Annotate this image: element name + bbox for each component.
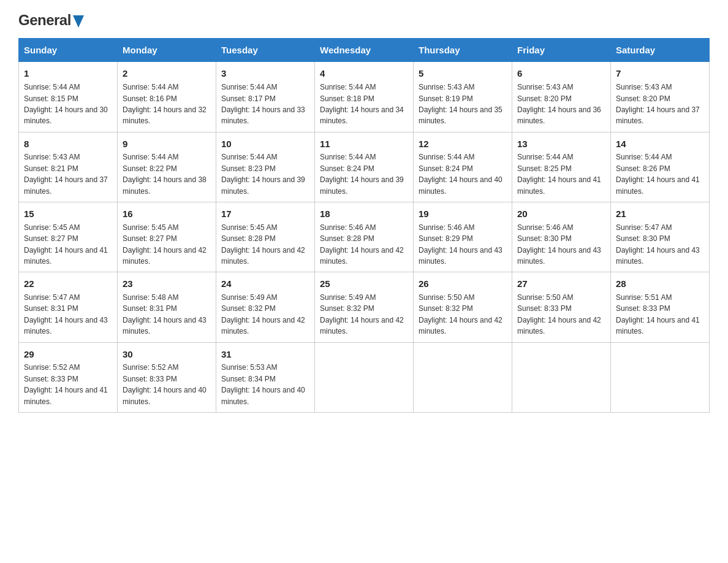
logo: General bbox=[18, 12, 84, 28]
day-number: 2 bbox=[123, 67, 211, 80]
weekday-header-wednesday: Wednesday bbox=[315, 39, 414, 62]
calendar-cell: 4Sunrise: 5:44 AMSunset: 8:18 PMDaylight… bbox=[315, 62, 414, 132]
calendar-cell: 5Sunrise: 5:43 AMSunset: 8:19 PMDaylight… bbox=[414, 62, 512, 132]
day-info: Sunrise: 5:44 AMSunset: 8:23 PMDaylight:… bbox=[221, 153, 305, 195]
day-info: Sunrise: 5:52 AMSunset: 8:33 PMDaylight:… bbox=[123, 363, 207, 405]
day-info: Sunrise: 5:45 AMSunset: 8:27 PMDaylight:… bbox=[24, 223, 108, 266]
calendar-cell: 21Sunrise: 5:47 AMSunset: 8:30 PMDayligh… bbox=[611, 202, 710, 272]
calendar-cell: 2Sunrise: 5:44 AMSunset: 8:16 PMDaylight… bbox=[118, 62, 216, 132]
calendar-week-row: 8Sunrise: 5:43 AMSunset: 8:21 PMDaylight… bbox=[19, 132, 710, 202]
calendar-cell: 6Sunrise: 5:43 AMSunset: 8:20 PMDaylight… bbox=[512, 62, 611, 132]
day-number: 13 bbox=[517, 137, 605, 151]
calendar-cell bbox=[414, 342, 512, 412]
calendar-cell: 31Sunrise: 5:53 AMSunset: 8:34 PMDayligh… bbox=[216, 342, 315, 412]
day-number: 26 bbox=[419, 277, 507, 291]
day-info: Sunrise: 5:44 AMSunset: 8:26 PMDaylight:… bbox=[616, 153, 700, 195]
day-number: 23 bbox=[123, 277, 211, 291]
svg-marker-0 bbox=[73, 15, 84, 28]
day-info: Sunrise: 5:44 AMSunset: 8:25 PMDaylight:… bbox=[517, 153, 601, 195]
day-number: 29 bbox=[24, 348, 112, 361]
weekday-header-thursday: Thursday bbox=[414, 39, 512, 62]
page-header: General bbox=[18, 12, 710, 28]
day-number: 31 bbox=[221, 348, 309, 361]
day-number: 17 bbox=[221, 207, 309, 221]
calendar-cell: 17Sunrise: 5:45 AMSunset: 8:28 PMDayligh… bbox=[216, 202, 315, 272]
day-number: 14 bbox=[616, 137, 704, 151]
weekday-header-sunday: Sunday bbox=[19, 39, 118, 62]
day-number: 20 bbox=[517, 207, 605, 221]
day-info: Sunrise: 5:47 AMSunset: 8:31 PMDaylight:… bbox=[24, 293, 108, 335]
calendar-cell: 23Sunrise: 5:48 AMSunset: 8:31 PMDayligh… bbox=[118, 272, 216, 342]
calendar-cell: 15Sunrise: 5:45 AMSunset: 8:27 PMDayligh… bbox=[19, 202, 118, 272]
calendar-cell: 25Sunrise: 5:49 AMSunset: 8:32 PMDayligh… bbox=[315, 272, 414, 342]
day-info: Sunrise: 5:45 AMSunset: 8:28 PMDaylight:… bbox=[221, 223, 305, 266]
day-info: Sunrise: 5:47 AMSunset: 8:30 PMDaylight:… bbox=[616, 223, 700, 266]
day-info: Sunrise: 5:44 AMSunset: 8:24 PMDaylight:… bbox=[320, 153, 404, 195]
calendar-cell: 20Sunrise: 5:46 AMSunset: 8:30 PMDayligh… bbox=[512, 202, 611, 272]
calendar-cell: 27Sunrise: 5:50 AMSunset: 8:33 PMDayligh… bbox=[512, 272, 611, 342]
weekday-header-friday: Friday bbox=[512, 39, 611, 62]
calendar-cell: 19Sunrise: 5:46 AMSunset: 8:29 PMDayligh… bbox=[414, 202, 512, 272]
calendar-cell bbox=[315, 342, 414, 412]
calendar-cell bbox=[512, 342, 611, 412]
day-info: Sunrise: 5:50 AMSunset: 8:33 PMDaylight:… bbox=[517, 293, 601, 335]
logo-line1: General bbox=[18, 12, 84, 28]
day-info: Sunrise: 5:43 AMSunset: 8:20 PMDaylight:… bbox=[517, 83, 601, 125]
weekday-header-tuesday: Tuesday bbox=[216, 39, 315, 62]
calendar-cell: 16Sunrise: 5:45 AMSunset: 8:27 PMDayligh… bbox=[118, 202, 216, 272]
day-number: 8 bbox=[24, 137, 112, 151]
day-number: 28 bbox=[616, 277, 704, 291]
day-info: Sunrise: 5:51 AMSunset: 8:33 PMDaylight:… bbox=[616, 293, 700, 335]
day-number: 18 bbox=[320, 207, 408, 221]
calendar-cell: 13Sunrise: 5:44 AMSunset: 8:25 PMDayligh… bbox=[512, 132, 611, 202]
day-info: Sunrise: 5:46 AMSunset: 8:29 PMDaylight:… bbox=[419, 223, 502, 266]
weekday-header-monday: Monday bbox=[118, 39, 216, 62]
day-number: 3 bbox=[221, 67, 309, 80]
day-info: Sunrise: 5:46 AMSunset: 8:28 PMDaylight:… bbox=[320, 223, 404, 266]
calendar-cell bbox=[611, 342, 710, 412]
weekday-header-saturday: Saturday bbox=[611, 39, 710, 62]
day-info: Sunrise: 5:44 AMSunset: 8:16 PMDaylight:… bbox=[123, 83, 207, 125]
day-info: Sunrise: 5:44 AMSunset: 8:15 PMDaylight:… bbox=[24, 83, 108, 125]
calendar-cell: 10Sunrise: 5:44 AMSunset: 8:23 PMDayligh… bbox=[216, 132, 315, 202]
day-number: 16 bbox=[123, 207, 211, 221]
day-info: Sunrise: 5:45 AMSunset: 8:27 PMDaylight:… bbox=[123, 223, 207, 266]
day-number: 12 bbox=[419, 137, 507, 151]
day-number: 30 bbox=[123, 348, 211, 361]
day-info: Sunrise: 5:43 AMSunset: 8:20 PMDaylight:… bbox=[616, 83, 700, 125]
calendar-week-row: 22Sunrise: 5:47 AMSunset: 8:31 PMDayligh… bbox=[19, 272, 710, 342]
calendar-cell: 3Sunrise: 5:44 AMSunset: 8:17 PMDaylight… bbox=[216, 62, 315, 132]
calendar-cell: 18Sunrise: 5:46 AMSunset: 8:28 PMDayligh… bbox=[315, 202, 414, 272]
day-info: Sunrise: 5:46 AMSunset: 8:30 PMDaylight:… bbox=[517, 223, 601, 266]
calendar-cell: 28Sunrise: 5:51 AMSunset: 8:33 PMDayligh… bbox=[611, 272, 710, 342]
day-number: 19 bbox=[419, 207, 507, 221]
day-number: 22 bbox=[24, 277, 112, 291]
day-info: Sunrise: 5:44 AMSunset: 8:22 PMDaylight:… bbox=[123, 153, 207, 195]
day-number: 21 bbox=[616, 207, 704, 221]
day-number: 25 bbox=[320, 277, 408, 291]
calendar-cell: 12Sunrise: 5:44 AMSunset: 8:24 PMDayligh… bbox=[414, 132, 512, 202]
day-number: 4 bbox=[320, 67, 408, 80]
day-info: Sunrise: 5:53 AMSunset: 8:34 PMDaylight:… bbox=[221, 363, 305, 405]
day-number: 6 bbox=[517, 67, 605, 80]
day-number: 15 bbox=[24, 207, 112, 221]
calendar-cell: 26Sunrise: 5:50 AMSunset: 8:32 PMDayligh… bbox=[414, 272, 512, 342]
day-info: Sunrise: 5:49 AMSunset: 8:32 PMDaylight:… bbox=[320, 293, 404, 335]
calendar-week-row: 29Sunrise: 5:52 AMSunset: 8:33 PMDayligh… bbox=[19, 342, 710, 412]
day-info: Sunrise: 5:44 AMSunset: 8:18 PMDaylight:… bbox=[320, 83, 404, 125]
day-number: 5 bbox=[419, 67, 507, 80]
calendar-table: SundayMondayTuesdayWednesdayThursdayFrid… bbox=[18, 38, 710, 413]
day-info: Sunrise: 5:44 AMSunset: 8:24 PMDaylight:… bbox=[419, 153, 502, 195]
calendar-cell: 11Sunrise: 5:44 AMSunset: 8:24 PMDayligh… bbox=[315, 132, 414, 202]
day-info: Sunrise: 5:49 AMSunset: 8:32 PMDaylight:… bbox=[221, 293, 305, 335]
day-number: 10 bbox=[221, 137, 309, 151]
weekday-header-row: SundayMondayTuesdayWednesdayThursdayFrid… bbox=[19, 39, 710, 62]
day-number: 24 bbox=[221, 277, 309, 291]
calendar-cell: 7Sunrise: 5:43 AMSunset: 8:20 PMDaylight… bbox=[611, 62, 710, 132]
calendar-cell: 14Sunrise: 5:44 AMSunset: 8:26 PMDayligh… bbox=[611, 132, 710, 202]
day-info: Sunrise: 5:44 AMSunset: 8:17 PMDaylight:… bbox=[221, 83, 305, 125]
calendar-week-row: 1Sunrise: 5:44 AMSunset: 8:15 PMDaylight… bbox=[19, 62, 710, 132]
calendar-week-row: 15Sunrise: 5:45 AMSunset: 8:27 PMDayligh… bbox=[19, 202, 710, 272]
day-info: Sunrise: 5:48 AMSunset: 8:31 PMDaylight:… bbox=[123, 293, 207, 335]
calendar-cell: 8Sunrise: 5:43 AMSunset: 8:21 PMDaylight… bbox=[19, 132, 118, 202]
